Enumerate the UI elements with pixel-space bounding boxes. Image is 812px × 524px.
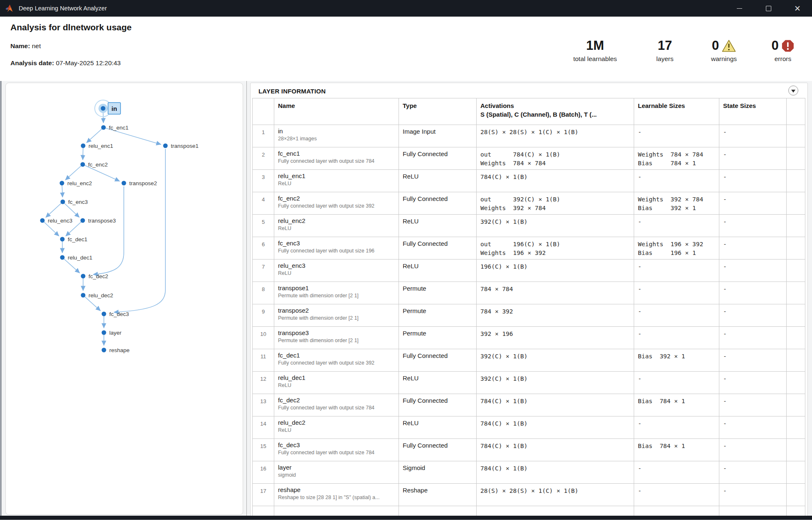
table-row[interactable]: 14relu_dec2ReLUReLU784(C) × 1(B)-- (253, 416, 805, 439)
col-index (253, 98, 274, 125)
table-row[interactable]: 1in28×28×1 imagesImage Input28(S) × 28(S… (253, 125, 805, 147)
table-row[interactable]: 7relu_enc3ReLUReLU196(C) × 1(B)-- (253, 260, 805, 282)
extra-cell (787, 416, 805, 439)
state-sizes-cell: - (719, 170, 787, 192)
layer-type-cell: Permute (399, 327, 477, 349)
table-row[interactable]: 15fc_dec3Fully connected layer with outp… (253, 439, 805, 461)
row-number-cell: 10 (253, 327, 274, 349)
row-number-cell: 13 (253, 394, 274, 416)
table-row[interactable]: 10transpose3Permute with dimension order… (253, 327, 805, 349)
table-row[interactable]: 5relu_enc2ReLUReLU392(C) × 1(B)-- (253, 215, 805, 237)
row-number-cell: 16 (253, 461, 274, 484)
table-row[interactable]: 12relu_dec1ReLUReLU392(C) × 1(B)-- (253, 372, 805, 394)
activations-cell: 28(S) × 28(S) × 1(C) × 1(B) (477, 125, 634, 147)
close-button[interactable]: ✕ (783, 0, 812, 17)
network-diagram-panel[interactable]: infc_enc1relu_enc1transpose1fc_enc2relu_… (5, 83, 243, 515)
table-row[interactable]: 3relu_enc1ReLUReLU784(C) × 1(B)-- (253, 170, 805, 192)
name-value: net (32, 42, 41, 49)
layer-name: in (278, 127, 395, 135)
layer-name: relu_enc2 (278, 217, 395, 224)
layer-description: Fully connected layer with output size 7… (278, 450, 395, 455)
table-row[interactable]: 6fc_enc3Fully connected layer with outpu… (253, 237, 805, 260)
state-sizes-cell: - (719, 237, 787, 260)
row-number-cell: 14 (253, 416, 274, 439)
table-row[interactable]: 8transpose1Permute with dimension order … (253, 282, 805, 304)
activations-cell: 392 × 196 (477, 327, 634, 349)
learnable-sizes-cell: Weights 392 × 784 Bias 392 × 1 (634, 192, 719, 215)
graph-node-relu_enc1[interactable]: relu_enc1 (81, 143, 113, 149)
state-sizes-cell: - (719, 484, 787, 506)
graph-node-in[interactable]: in (95, 100, 121, 117)
graph-node-reshape[interactable]: reshape (102, 347, 130, 353)
graph-node-fc_dec2[interactable]: fc_dec2 (81, 273, 108, 279)
table-row[interactable]: 2fc_enc1Fully connected layer with outpu… (253, 147, 805, 170)
minimize-button[interactable] (725, 0, 754, 17)
window-bottom-edge (0, 516, 812, 520)
layer-name: transpose1 (278, 284, 395, 291)
col-activations[interactable]: Activations S (Spatial), C (Channel), B … (477, 98, 634, 125)
layers-value: 17 (658, 38, 672, 53)
col-extra (787, 98, 805, 125)
graph-node-relu_enc2[interactable]: relu_enc2 (60, 180, 92, 186)
layer-type-cell: Fully Connected (399, 192, 477, 215)
table-row[interactable]: 4fc_enc2Fully connected layer with outpu… (253, 192, 805, 215)
extra-cell (787, 461, 805, 484)
graph-node-transpose1[interactable]: transpose1 (163, 143, 199, 149)
graph-node-label: in (111, 105, 117, 112)
learnable-sizes-cell: - (634, 461, 719, 484)
layer-description: Fully connected layer with output size 3… (278, 360, 395, 366)
close-icon: ✕ (794, 5, 801, 12)
graph-node-transpose3[interactable]: transpose3 (81, 218, 116, 224)
col-learnable-sizes[interactable]: Learnable Sizes (634, 98, 719, 125)
table-row[interactable]: 13fc_dec2Fully connected layer with outp… (253, 394, 805, 416)
col-type[interactable]: Type (399, 98, 477, 125)
extra-cell (787, 237, 805, 260)
graph-node-label: relu_dec2 (89, 292, 113, 299)
graph-node-label: relu_dec1 (68, 255, 92, 261)
layer-description: Permute with dimension order [2 1] (278, 293, 395, 299)
graph-node-label: fc_enc2 (88, 162, 108, 168)
graph-node-layer[interactable]: layer (102, 330, 122, 336)
layer-type-cell: ReLU (399, 215, 477, 237)
table-row[interactable]: 17reshapeReshape to size [28 28 1] in "S… (253, 484, 805, 506)
layer-name-cell: relu_enc3ReLU (274, 260, 399, 282)
collapse-panel-button[interactable] (788, 86, 798, 95)
stat-total-learnables: 1M total learnables (573, 37, 617, 63)
table-row[interactable]: 9transpose2Permute with dimension order … (253, 304, 805, 327)
layer-type-cell: Reshape (399, 484, 477, 506)
graph-node-label: fc_enc1 (109, 125, 128, 131)
layer-description: ReLU (278, 181, 395, 186)
graph-node-fc_enc1[interactable]: fc_enc1 (101, 125, 129, 131)
learnable-sizes-cell: - (634, 327, 719, 349)
layer-name-cell: fc_enc1Fully connected layer with output… (274, 147, 399, 170)
network-graph[interactable]: infc_enc1relu_enc1transpose1fc_enc2relu_… (6, 83, 242, 514)
graph-node-transpose2[interactable]: transpose2 (122, 180, 157, 186)
graph-node-fc_enc2[interactable]: fc_enc2 (81, 162, 108, 168)
col-state-sizes[interactable]: State Sizes (719, 98, 787, 125)
row-number-cell: 15 (253, 439, 274, 461)
graph-node-fc_dec1[interactable]: fc_dec1 (60, 236, 88, 242)
pane-splitter[interactable] (246, 81, 247, 520)
layer-name: transpose3 (278, 329, 395, 336)
learnable-sizes-cell: - (634, 304, 719, 327)
table-row[interactable]: 16layersigmoidSigmoid784(C) × 1(B)-- (253, 461, 805, 484)
layer-name: relu_enc1 (278, 172, 395, 179)
matlab-logo-icon (5, 4, 15, 12)
state-sizes-cell: - (719, 372, 787, 394)
layer-type-cell: ReLU (399, 416, 477, 439)
graph-node-fc_dec3[interactable]: fc_dec3 (102, 311, 129, 317)
row-number-cell: 7 (253, 260, 274, 282)
extra-cell (787, 260, 805, 282)
layer-description: ReLU (278, 382, 395, 388)
table-row[interactable]: 11fc_dec1Fully connected layer with outp… (253, 349, 805, 372)
extra-cell (787, 215, 805, 237)
maximize-button[interactable] (754, 0, 783, 17)
graph-node-fc_enc3[interactable]: fc_enc3 (61, 199, 88, 205)
layer-description: Fully connected layer with output size 7… (278, 405, 395, 411)
col-name[interactable]: Name (274, 98, 399, 125)
learnable-sizes-cell: Bias 392 × 1 (634, 349, 719, 372)
learnable-sizes-cell: - (634, 484, 719, 506)
layer-type-cell: Fully Connected (399, 439, 477, 461)
activations-cell: 784(C) × 1(B) (477, 170, 634, 192)
graph-node-label: relu_enc3 (48, 218, 72, 224)
